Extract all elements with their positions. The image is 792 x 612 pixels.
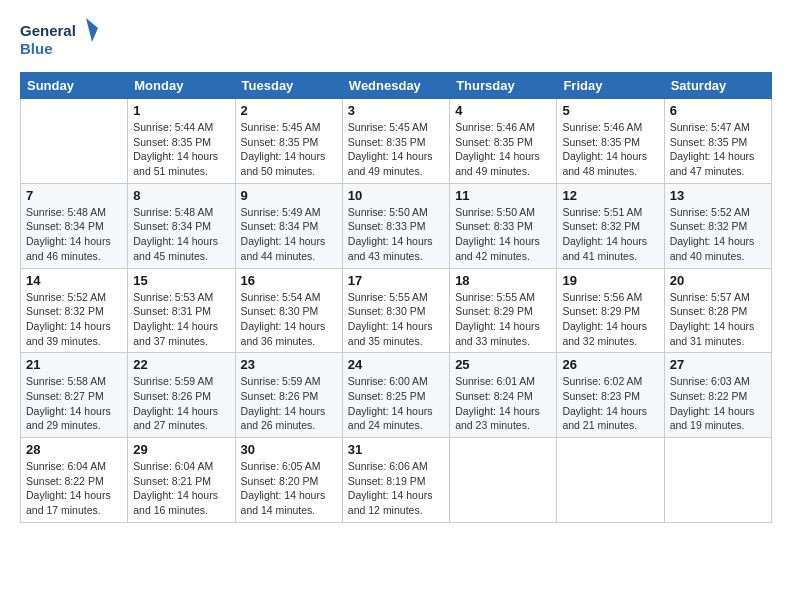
day-info: Sunrise: 6:01 AMSunset: 8:24 PMDaylight:… <box>455 374 551 433</box>
calendar-cell: 12Sunrise: 5:51 AMSunset: 8:32 PMDayligh… <box>557 183 664 268</box>
calendar-header-monday: Monday <box>128 73 235 99</box>
day-info: Sunrise: 6:05 AMSunset: 8:20 PMDaylight:… <box>241 459 337 518</box>
calendar-cell: 11Sunrise: 5:50 AMSunset: 8:33 PMDayligh… <box>450 183 557 268</box>
calendar-header-sunday: Sunday <box>21 73 128 99</box>
svg-text:Blue: Blue <box>20 40 53 57</box>
day-info: Sunrise: 5:59 AMSunset: 8:26 PMDaylight:… <box>133 374 229 433</box>
day-number: 11 <box>455 188 551 203</box>
day-info: Sunrise: 5:53 AMSunset: 8:31 PMDaylight:… <box>133 290 229 349</box>
day-info: Sunrise: 5:52 AMSunset: 8:32 PMDaylight:… <box>26 290 122 349</box>
day-info: Sunrise: 5:58 AMSunset: 8:27 PMDaylight:… <box>26 374 122 433</box>
day-info: Sunrise: 5:44 AMSunset: 8:35 PMDaylight:… <box>133 120 229 179</box>
calendar-cell: 29Sunrise: 6:04 AMSunset: 8:21 PMDayligh… <box>128 438 235 523</box>
day-number: 18 <box>455 273 551 288</box>
calendar-cell: 30Sunrise: 6:05 AMSunset: 8:20 PMDayligh… <box>235 438 342 523</box>
day-number: 16 <box>241 273 337 288</box>
calendar-cell: 7Sunrise: 5:48 AMSunset: 8:34 PMDaylight… <box>21 183 128 268</box>
day-number: 25 <box>455 357 551 372</box>
day-number: 15 <box>133 273 229 288</box>
day-number: 19 <box>562 273 658 288</box>
calendar-header-saturday: Saturday <box>664 73 771 99</box>
day-number: 8 <box>133 188 229 203</box>
day-number: 23 <box>241 357 337 372</box>
calendar-cell: 25Sunrise: 6:01 AMSunset: 8:24 PMDayligh… <box>450 353 557 438</box>
day-info: Sunrise: 6:06 AMSunset: 8:19 PMDaylight:… <box>348 459 444 518</box>
calendar-header-thursday: Thursday <box>450 73 557 99</box>
calendar-cell: 27Sunrise: 6:03 AMSunset: 8:22 PMDayligh… <box>664 353 771 438</box>
calendar-cell <box>21 99 128 184</box>
day-info: Sunrise: 6:04 AMSunset: 8:22 PMDaylight:… <box>26 459 122 518</box>
svg-text:General: General <box>20 22 76 39</box>
calendar-header-wednesday: Wednesday <box>342 73 449 99</box>
day-info: Sunrise: 5:50 AMSunset: 8:33 PMDaylight:… <box>455 205 551 264</box>
calendar-cell: 17Sunrise: 5:55 AMSunset: 8:30 PMDayligh… <box>342 268 449 353</box>
day-number: 22 <box>133 357 229 372</box>
calendar-cell: 24Sunrise: 6:00 AMSunset: 8:25 PMDayligh… <box>342 353 449 438</box>
calendar-cell: 1Sunrise: 5:44 AMSunset: 8:35 PMDaylight… <box>128 99 235 184</box>
calendar-table: SundayMondayTuesdayWednesdayThursdayFrid… <box>20 72 772 523</box>
day-number: 21 <box>26 357 122 372</box>
svg-marker-2 <box>86 18 98 42</box>
calendar-cell: 15Sunrise: 5:53 AMSunset: 8:31 PMDayligh… <box>128 268 235 353</box>
calendar-cell: 4Sunrise: 5:46 AMSunset: 8:35 PMDaylight… <box>450 99 557 184</box>
day-info: Sunrise: 5:47 AMSunset: 8:35 PMDaylight:… <box>670 120 766 179</box>
day-info: Sunrise: 5:51 AMSunset: 8:32 PMDaylight:… <box>562 205 658 264</box>
day-info: Sunrise: 5:55 AMSunset: 8:29 PMDaylight:… <box>455 290 551 349</box>
day-number: 24 <box>348 357 444 372</box>
day-number: 13 <box>670 188 766 203</box>
calendar-week-4: 21Sunrise: 5:58 AMSunset: 8:27 PMDayligh… <box>21 353 772 438</box>
calendar-cell <box>557 438 664 523</box>
day-info: Sunrise: 6:00 AMSunset: 8:25 PMDaylight:… <box>348 374 444 433</box>
day-number: 1 <box>133 103 229 118</box>
calendar-cell: 5Sunrise: 5:46 AMSunset: 8:35 PMDaylight… <box>557 99 664 184</box>
day-number: 31 <box>348 442 444 457</box>
calendar-cell: 14Sunrise: 5:52 AMSunset: 8:32 PMDayligh… <box>21 268 128 353</box>
day-number: 5 <box>562 103 658 118</box>
calendar-cell: 20Sunrise: 5:57 AMSunset: 8:28 PMDayligh… <box>664 268 771 353</box>
day-number: 12 <box>562 188 658 203</box>
calendar-cell: 3Sunrise: 5:45 AMSunset: 8:35 PMDaylight… <box>342 99 449 184</box>
calendar-header-row: SundayMondayTuesdayWednesdayThursdayFrid… <box>21 73 772 99</box>
day-info: Sunrise: 5:45 AMSunset: 8:35 PMDaylight:… <box>241 120 337 179</box>
day-number: 27 <box>670 357 766 372</box>
day-number: 7 <box>26 188 122 203</box>
calendar-cell: 19Sunrise: 5:56 AMSunset: 8:29 PMDayligh… <box>557 268 664 353</box>
day-info: Sunrise: 6:04 AMSunset: 8:21 PMDaylight:… <box>133 459 229 518</box>
day-info: Sunrise: 5:59 AMSunset: 8:26 PMDaylight:… <box>241 374 337 433</box>
calendar-header-friday: Friday <box>557 73 664 99</box>
day-info: Sunrise: 6:02 AMSunset: 8:23 PMDaylight:… <box>562 374 658 433</box>
day-number: 28 <box>26 442 122 457</box>
day-info: Sunrise: 5:52 AMSunset: 8:32 PMDaylight:… <box>670 205 766 264</box>
day-number: 6 <box>670 103 766 118</box>
calendar-cell: 21Sunrise: 5:58 AMSunset: 8:27 PMDayligh… <box>21 353 128 438</box>
day-number: 29 <box>133 442 229 457</box>
calendar-cell: 9Sunrise: 5:49 AMSunset: 8:34 PMDaylight… <box>235 183 342 268</box>
day-number: 4 <box>455 103 551 118</box>
day-number: 10 <box>348 188 444 203</box>
day-info: Sunrise: 5:48 AMSunset: 8:34 PMDaylight:… <box>133 205 229 264</box>
calendar-cell: 23Sunrise: 5:59 AMSunset: 8:26 PMDayligh… <box>235 353 342 438</box>
calendar-cell: 28Sunrise: 6:04 AMSunset: 8:22 PMDayligh… <box>21 438 128 523</box>
calendar-cell: 8Sunrise: 5:48 AMSunset: 8:34 PMDaylight… <box>128 183 235 268</box>
logo: General Blue <box>20 16 100 64</box>
calendar-cell: 22Sunrise: 5:59 AMSunset: 8:26 PMDayligh… <box>128 353 235 438</box>
day-info: Sunrise: 5:57 AMSunset: 8:28 PMDaylight:… <box>670 290 766 349</box>
calendar-week-1: 1Sunrise: 5:44 AMSunset: 8:35 PMDaylight… <box>21 99 772 184</box>
calendar-header-tuesday: Tuesday <box>235 73 342 99</box>
calendar-cell: 13Sunrise: 5:52 AMSunset: 8:32 PMDayligh… <box>664 183 771 268</box>
calendar-cell: 6Sunrise: 5:47 AMSunset: 8:35 PMDaylight… <box>664 99 771 184</box>
day-number: 9 <box>241 188 337 203</box>
day-info: Sunrise: 5:46 AMSunset: 8:35 PMDaylight:… <box>455 120 551 179</box>
calendar-cell: 18Sunrise: 5:55 AMSunset: 8:29 PMDayligh… <box>450 268 557 353</box>
day-number: 3 <box>348 103 444 118</box>
day-info: Sunrise: 5:54 AMSunset: 8:30 PMDaylight:… <box>241 290 337 349</box>
day-info: Sunrise: 6:03 AMSunset: 8:22 PMDaylight:… <box>670 374 766 433</box>
day-info: Sunrise: 5:48 AMSunset: 8:34 PMDaylight:… <box>26 205 122 264</box>
day-number: 26 <box>562 357 658 372</box>
calendar-cell: 16Sunrise: 5:54 AMSunset: 8:30 PMDayligh… <box>235 268 342 353</box>
day-info: Sunrise: 5:46 AMSunset: 8:35 PMDaylight:… <box>562 120 658 179</box>
day-info: Sunrise: 5:49 AMSunset: 8:34 PMDaylight:… <box>241 205 337 264</box>
day-number: 2 <box>241 103 337 118</box>
calendar-week-3: 14Sunrise: 5:52 AMSunset: 8:32 PMDayligh… <box>21 268 772 353</box>
day-info: Sunrise: 5:55 AMSunset: 8:30 PMDaylight:… <box>348 290 444 349</box>
